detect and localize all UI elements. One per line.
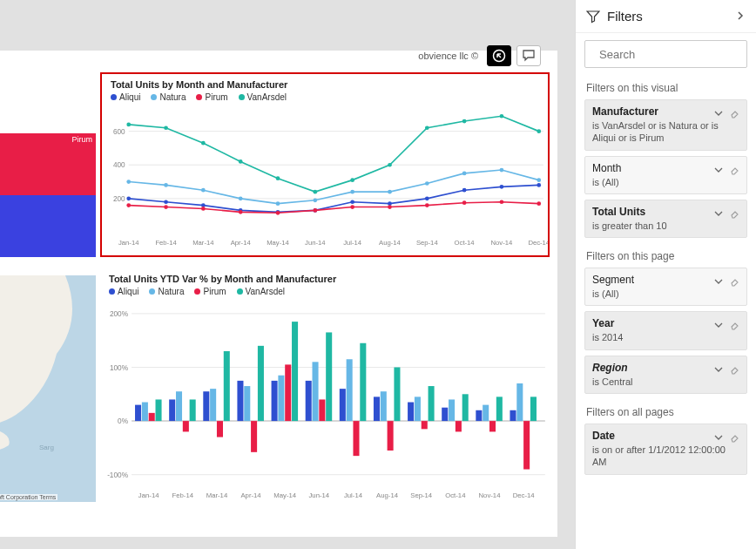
clear-filter-icon[interactable] <box>729 430 739 441</box>
svg-rect-130 <box>483 405 489 421</box>
svg-point-55 <box>462 119 467 124</box>
svg-rect-97 <box>258 346 264 421</box>
filter-name: Month <box>592 162 708 174</box>
svg-text:400: 400 <box>113 161 125 169</box>
back-arrow-button[interactable] <box>487 45 511 66</box>
chevron-down-icon[interactable] <box>713 318 724 329</box>
collapse-pane-button[interactable] <box>735 10 746 24</box>
copyright-label: obvience llc © <box>418 51 478 61</box>
map-visual[interactable]: Sarg 2020 Microsoft Corporation Terms <box>0 275 96 502</box>
svg-rect-84 <box>169 399 175 421</box>
chevron-right-icon <box>735 10 746 21</box>
legend-item[interactable]: Natura <box>149 287 184 296</box>
svg-rect-87 <box>190 399 196 421</box>
chevron-down-icon[interactable] <box>713 363 724 373</box>
svg-text:Jan-14: Jan-14 <box>138 491 159 499</box>
svg-point-57 <box>537 129 541 133</box>
svg-text:Jun-14: Jun-14 <box>309 491 330 499</box>
svg-point-25 <box>239 197 243 201</box>
funnel-icon <box>586 10 600 24</box>
svg-rect-110 <box>347 359 353 421</box>
filters-pane: Filters Filters on this visual Manufactu… <box>575 0 756 549</box>
svg-text:Apr-14: Apr-14 <box>240 491 261 499</box>
clear-filter-icon[interactable] <box>729 207 739 217</box>
svg-point-54 <box>425 125 429 130</box>
chevron-down-icon[interactable] <box>713 274 724 285</box>
svg-text:Jun-14: Jun-14 <box>305 239 326 247</box>
line-chart-legend: AliquiNaturaPirumVanArsdel <box>102 90 548 102</box>
filter-name: Manufacturer <box>592 105 708 118</box>
clear-filter-icon[interactable] <box>729 163 739 173</box>
section-visual-label: Filters on this visual <box>576 75 756 98</box>
svg-point-41 <box>388 205 392 209</box>
legend-item[interactable]: VanArsdel <box>239 92 287 102</box>
svg-point-28 <box>350 190 354 194</box>
line-chart-tile[interactable]: obvience llc © Total Units by Month and … <box>100 72 550 257</box>
clear-filter-icon[interactable] <box>729 363 739 373</box>
svg-text:200: 200 <box>113 195 125 203</box>
clear-filter-icon[interactable] <box>729 318 739 329</box>
svg-rect-102 <box>292 322 298 421</box>
filter-card[interactable]: Monthis (All) <box>584 156 747 194</box>
svg-rect-95 <box>244 386 250 421</box>
svg-point-31 <box>462 172 467 176</box>
svg-rect-126 <box>456 421 462 431</box>
svg-text:Jan-14: Jan-14 <box>118 239 139 247</box>
svg-point-53 <box>388 163 392 167</box>
legend-item[interactable]: Pirum <box>196 92 227 102</box>
svg-text:0%: 0% <box>118 417 129 425</box>
bar-chart-tile[interactable]: Total Units YTD Var % by Month and Manuf… <box>100 268 550 508</box>
filter-card[interactable]: Regionis Central <box>584 356 747 394</box>
treemap-cell-central[interactable]: Central <box>0 195 96 257</box>
filters-header: Filters <box>576 0 756 33</box>
svg-point-47 <box>164 125 168 130</box>
svg-rect-112 <box>360 343 366 421</box>
svg-rect-136 <box>523 421 530 469</box>
search-input[interactable] <box>599 48 746 61</box>
clear-filter-icon[interactable] <box>729 106 739 117</box>
svg-rect-104 <box>306 381 312 421</box>
legend-item[interactable]: VanArsdel <box>237 287 285 296</box>
map-credit[interactable]: 2020 Microsoft Corporation Terms <box>0 494 57 500</box>
svg-rect-105 <box>313 362 319 421</box>
legend-item[interactable]: Aliqui <box>109 287 138 296</box>
filter-description: is 2014 <box>592 331 739 343</box>
chevron-down-icon[interactable] <box>713 207 724 217</box>
line-chart-plot[interactable]: 200400600Jan-14Feb-14Mar-14Apr-14May-14J… <box>102 104 548 250</box>
filter-description: is on or after 1/1/2012 12:00:00 AM <box>592 444 739 469</box>
svg-rect-106 <box>319 399 325 421</box>
bar-chart-plot[interactable]: -100%0%100%200%Jan-14Feb-14Mar-14Apr-14M… <box>100 298 550 503</box>
svg-point-22 <box>126 180 131 184</box>
legend-item[interactable]: Aliqui <box>111 92 140 102</box>
filter-description: is (All) <box>592 288 739 300</box>
filter-card[interactable]: Manufactureris VanArsdel or is Natura or… <box>584 99 747 151</box>
treemap-visual[interactable]: Pirum Central <box>0 133 96 257</box>
comment-button[interactable] <box>516 45 541 66</box>
svg-rect-115 <box>381 391 387 421</box>
svg-point-38 <box>276 211 280 215</box>
svg-rect-94 <box>237 381 243 421</box>
svg-point-34 <box>126 203 131 207</box>
filter-card[interactable]: Total Unitsis greater than 10 <box>584 200 747 238</box>
svg-point-11 <box>164 200 168 204</box>
svg-text:600: 600 <box>113 128 125 136</box>
svg-rect-132 <box>496 396 503 421</box>
chevron-down-icon[interactable] <box>713 430 724 441</box>
legend-item[interactable]: Pirum <box>194 287 226 296</box>
search-box[interactable] <box>584 40 747 68</box>
clear-filter-icon[interactable] <box>729 274 739 285</box>
filter-card[interactable]: Segmentis (All) <box>584 268 747 306</box>
svg-point-43 <box>462 200 467 205</box>
filter-card[interactable]: Yearis 2014 <box>584 311 747 349</box>
filter-card[interactable]: Dateis on or after 1/1/2012 12:00:00 AM <box>584 424 747 475</box>
svg-point-20 <box>500 185 504 189</box>
svg-text:-100%: -100% <box>107 471 129 479</box>
filter-description: is VanArsdel or is Natura or is Aliqui o… <box>592 119 739 145</box>
chevron-down-icon[interactable] <box>713 106 724 117</box>
chevron-down-icon[interactable] <box>713 163 724 173</box>
treemap-cell-pirum[interactable]: Pirum <box>0 133 96 195</box>
legend-item[interactable]: Natura <box>151 92 186 102</box>
search-row <box>576 33 756 75</box>
svg-rect-99 <box>272 381 278 421</box>
svg-rect-120 <box>415 396 421 421</box>
